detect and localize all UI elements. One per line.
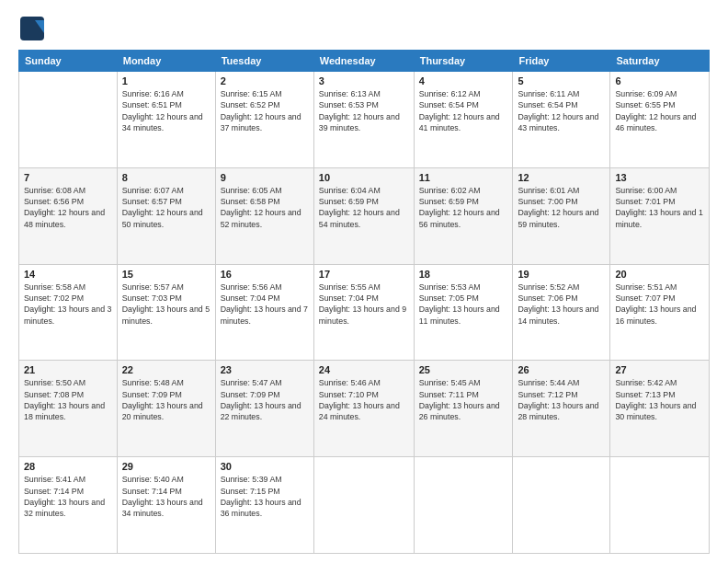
day-info: Sunrise: 5:52 AMSunset: 7:06 PMDaylight:… [518, 282, 605, 327]
day-cell: 13Sunrise: 6:00 AMSunset: 7:01 PMDayligh… [610, 167, 710, 264]
day-info: Sunrise: 5:42 AMSunset: 7:13 PMDaylight:… [615, 377, 704, 422]
day-cell: 27Sunrise: 5:42 AMSunset: 7:13 PMDayligh… [610, 361, 710, 457]
day-info: Sunrise: 6:07 AMSunset: 6:57 PMDaylight:… [122, 185, 210, 230]
day-cell: 29Sunrise: 5:40 AMSunset: 7:14 PMDayligh… [117, 457, 215, 554]
day-info: Sunrise: 6:13 AMSunset: 6:53 PMDaylight:… [319, 88, 409, 133]
day-info: Sunrise: 5:40 AMSunset: 7:14 PMDaylight:… [122, 474, 210, 519]
day-number: 27 [615, 364, 704, 375]
day-cell: 24Sunrise: 5:46 AMSunset: 7:10 PMDayligh… [313, 361, 414, 457]
day-cell: 26Sunrise: 5:44 AMSunset: 7:12 PMDayligh… [513, 361, 610, 457]
col-thursday: Thursday [414, 51, 513, 72]
day-number: 6 [615, 75, 704, 86]
week-row-1: 7Sunrise: 6:08 AMSunset: 6:56 PMDaylight… [19, 167, 710, 264]
week-row-2: 14Sunrise: 5:58 AMSunset: 7:02 PMDayligh… [19, 264, 710, 361]
day-number: 17 [319, 269, 409, 280]
col-saturday: Saturday [610, 51, 710, 72]
day-info: Sunrise: 6:00 AMSunset: 7:01 PMDaylight:… [615, 185, 704, 230]
day-cell: 28Sunrise: 5:41 AMSunset: 7:14 PMDayligh… [19, 457, 118, 554]
day-cell: 6Sunrise: 6:09 AMSunset: 6:55 PMDaylight… [610, 72, 710, 168]
calendar-table: Sunday Monday Tuesday Wednesday Thursday… [18, 50, 710, 554]
day-cell: 15Sunrise: 5:57 AMSunset: 7:03 PMDayligh… [117, 264, 215, 361]
header-row: Sunday Monday Tuesday Wednesday Thursday… [19, 51, 710, 72]
week-row-4: 28Sunrise: 5:41 AMSunset: 7:14 PMDayligh… [19, 457, 710, 554]
day-cell: 18Sunrise: 5:53 AMSunset: 7:05 PMDayligh… [414, 264, 513, 361]
day-number: 24 [319, 364, 409, 375]
day-cell: 4Sunrise: 6:12 AMSunset: 6:54 PMDaylight… [414, 72, 513, 168]
day-info: Sunrise: 5:47 AMSunset: 7:09 PMDaylight:… [221, 377, 309, 422]
day-info: Sunrise: 6:11 AMSunset: 6:54 PMDaylight:… [518, 88, 605, 133]
day-number: 13 [615, 172, 704, 183]
day-cell: 30Sunrise: 5:39 AMSunset: 7:15 PMDayligh… [215, 457, 313, 554]
day-cell [610, 457, 710, 554]
col-monday: Monday [117, 51, 215, 72]
day-number: 30 [221, 461, 309, 472]
day-cell: 25Sunrise: 5:45 AMSunset: 7:11 PMDayligh… [414, 361, 513, 457]
week-row-0: 1Sunrise: 6:16 AMSunset: 6:51 PMDaylight… [19, 72, 710, 168]
day-number: 26 [518, 364, 605, 375]
col-friday: Friday [513, 51, 610, 72]
day-number: 29 [122, 461, 210, 472]
day-info: Sunrise: 5:41 AMSunset: 7:14 PMDaylight:… [24, 474, 112, 519]
day-number: 18 [419, 269, 508, 280]
day-info: Sunrise: 5:55 AMSunset: 7:04 PMDaylight:… [319, 282, 409, 327]
day-number: 5 [518, 75, 605, 86]
day-info: Sunrise: 5:39 AMSunset: 7:15 PMDaylight:… [221, 474, 309, 519]
day-info: Sunrise: 5:51 AMSunset: 7:07 PMDaylight:… [615, 282, 704, 327]
day-number: 23 [221, 364, 309, 375]
day-number: 21 [24, 364, 112, 375]
day-info: Sunrise: 6:05 AMSunset: 6:58 PMDaylight:… [221, 185, 309, 230]
day-number: 22 [122, 364, 210, 375]
day-info: Sunrise: 5:48 AMSunset: 7:09 PMDaylight:… [122, 377, 210, 422]
day-number: 20 [615, 269, 704, 280]
col-wednesday: Wednesday [313, 51, 414, 72]
day-number: 14 [24, 269, 112, 280]
day-info: Sunrise: 5:45 AMSunset: 7:11 PMDaylight:… [419, 377, 508, 422]
day-info: Sunrise: 5:44 AMSunset: 7:12 PMDaylight:… [518, 377, 605, 422]
day-number: 7 [24, 172, 112, 183]
day-cell: 23Sunrise: 5:47 AMSunset: 7:09 PMDayligh… [215, 361, 313, 457]
day-number: 8 [122, 172, 210, 183]
day-number: 1 [122, 75, 210, 86]
day-info: Sunrise: 5:57 AMSunset: 7:03 PMDaylight:… [122, 282, 210, 327]
day-info: Sunrise: 6:12 AMSunset: 6:54 PMDaylight:… [419, 88, 508, 133]
day-info: Sunrise: 6:04 AMSunset: 6:59 PMDaylight:… [319, 185, 409, 230]
day-info: Sunrise: 6:02 AMSunset: 6:59 PMDaylight:… [419, 185, 508, 230]
calendar-page: Sunday Monday Tuesday Wednesday Thursday… [0, 0, 728, 563]
day-number: 2 [221, 75, 309, 86]
logo-icon [18, 15, 46, 42]
day-info: Sunrise: 6:08 AMSunset: 6:56 PMDaylight:… [24, 185, 112, 230]
day-cell [313, 457, 414, 554]
day-info: Sunrise: 6:16 AMSunset: 6:51 PMDaylight:… [122, 88, 210, 133]
day-number: 9 [221, 172, 309, 183]
day-info: Sunrise: 6:15 AMSunset: 6:52 PMDaylight:… [221, 88, 309, 133]
day-number: 28 [24, 461, 112, 472]
day-number: 11 [419, 172, 508, 183]
day-cell: 19Sunrise: 5:52 AMSunset: 7:06 PMDayligh… [513, 264, 610, 361]
week-row-3: 21Sunrise: 5:50 AMSunset: 7:08 PMDayligh… [19, 361, 710, 457]
logo [18, 15, 50, 42]
day-cell [19, 72, 118, 168]
day-number: 4 [419, 75, 508, 86]
day-cell: 10Sunrise: 6:04 AMSunset: 6:59 PMDayligh… [313, 167, 414, 264]
day-cell: 14Sunrise: 5:58 AMSunset: 7:02 PMDayligh… [19, 264, 118, 361]
day-info: Sunrise: 6:09 AMSunset: 6:55 PMDaylight:… [615, 88, 704, 133]
day-cell: 1Sunrise: 6:16 AMSunset: 6:51 PMDaylight… [117, 72, 215, 168]
day-cell: 17Sunrise: 5:55 AMSunset: 7:04 PMDayligh… [313, 264, 414, 361]
day-number: 10 [319, 172, 409, 183]
day-info: Sunrise: 5:56 AMSunset: 7:04 PMDaylight:… [221, 282, 309, 327]
col-tuesday: Tuesday [215, 51, 313, 72]
day-cell: 2Sunrise: 6:15 AMSunset: 6:52 PMDaylight… [215, 72, 313, 168]
day-number: 3 [319, 75, 409, 86]
day-cell: 3Sunrise: 6:13 AMSunset: 6:53 PMDaylight… [313, 72, 414, 168]
day-cell [414, 457, 513, 554]
day-info: Sunrise: 5:58 AMSunset: 7:02 PMDaylight:… [24, 282, 112, 327]
col-sunday: Sunday [19, 51, 118, 72]
day-number: 16 [221, 269, 309, 280]
day-info: Sunrise: 5:50 AMSunset: 7:08 PMDaylight:… [24, 377, 112, 422]
day-info: Sunrise: 5:53 AMSunset: 7:05 PMDaylight:… [419, 282, 508, 327]
svg-rect-0 [20, 17, 44, 40]
day-cell: 9Sunrise: 6:05 AMSunset: 6:58 PMDaylight… [215, 167, 313, 264]
day-cell: 11Sunrise: 6:02 AMSunset: 6:59 PMDayligh… [414, 167, 513, 264]
day-cell: 21Sunrise: 5:50 AMSunset: 7:08 PMDayligh… [19, 361, 118, 457]
day-cell: 5Sunrise: 6:11 AMSunset: 6:54 PMDaylight… [513, 72, 610, 168]
